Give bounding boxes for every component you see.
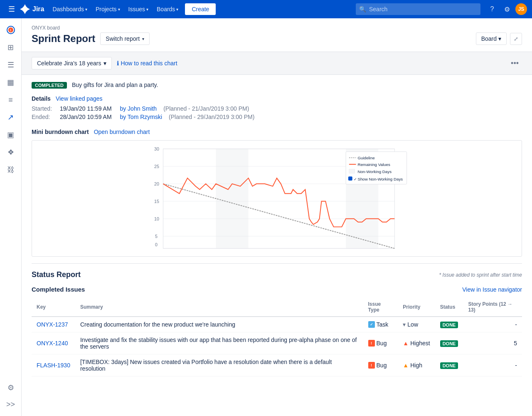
ended-row: Ended: 28/Jan/20 10:59 AM by Tom Rzymski… xyxy=(32,114,522,120)
sidebar-link-icon[interactable]: ⛓ xyxy=(2,161,19,178)
issue-key-link[interactable]: FLASH-1930 xyxy=(37,362,70,369)
completed-issues-header: Completed Issues View in Issue navigator xyxy=(32,286,522,293)
svg-text:25: 25 xyxy=(154,164,159,169)
nav-projects[interactable]: Projects ▾ xyxy=(92,4,123,14)
create-button[interactable]: Create xyxy=(185,3,216,15)
completed-badge: COMPLETED xyxy=(32,82,67,89)
svg-text:Show Non-Working Days: Show Non-Working Days xyxy=(357,177,403,181)
switch-report-button[interactable]: Switch report ▾ xyxy=(100,32,150,45)
logo-text: Jira xyxy=(32,5,44,13)
chart-section: Mini burndown chart Open burndown chart … xyxy=(22,129,532,263)
task-type-icon: ✓ xyxy=(368,321,375,328)
ended-label: Ended: xyxy=(32,114,57,120)
burndown-chart-svg: 30 25 20 15 10 5 0 xyxy=(37,146,517,251)
sidebar-list-icon[interactable]: ☰ xyxy=(2,57,19,73)
status-report-header: Status Report * Issue added to sprint af… xyxy=(32,263,522,279)
sprint-selector-caret: ▾ xyxy=(103,60,106,67)
status-report-section: Status Report * Issue added to sprint af… xyxy=(22,263,532,279)
priority-cell: ▲ High xyxy=(403,362,430,369)
col-story-points: Story Points (12 → 13) xyxy=(463,298,522,317)
fullscreen-button[interactable]: ⤢ xyxy=(510,33,522,45)
completed-issues-title: Completed Issues xyxy=(32,286,85,293)
left-sidebar: 1 ⊞ ☰ ▦ ≡ ↗ ▣ ❖ ⛓ ⚙ >> xyxy=(0,18,22,416)
added-note: * Issue added to sprint after start time xyxy=(439,272,522,278)
boards-caret: ▾ xyxy=(176,7,178,12)
settings-button[interactable]: ⚙ xyxy=(500,2,514,16)
details-section: Details View linked pages Started: 19/Ja… xyxy=(22,95,532,129)
ended-planned: (Planned - 29/Jan/2019 3:00 PM) xyxy=(169,114,254,120)
issue-summary: [TIMEBOX: 3days] New issues created via … xyxy=(75,354,363,376)
status-badge: DONE xyxy=(440,322,458,328)
nav-issues[interactable]: Issues ▾ xyxy=(125,4,152,14)
view-linked-pages-link[interactable]: View linked pages xyxy=(56,95,103,102)
col-key: Key xyxy=(32,298,75,317)
sprint-selector[interactable]: Celebrate Jira's 18 years ▾ xyxy=(32,57,112,69)
table-row: ONYX-1240 Investigate and fix the stabil… xyxy=(32,332,522,354)
sidebar-reports-icon[interactable]: ↗ xyxy=(2,109,19,126)
issue-type-label: Bug xyxy=(377,362,387,369)
svg-text:Guideline: Guideline xyxy=(357,156,374,161)
issue-type: ! Bug xyxy=(368,362,393,369)
main-content: ONYX board Sprint Report Switch report ▾… xyxy=(22,18,532,416)
bug-type-icon: ! xyxy=(368,362,375,369)
sidebar-puzzle-icon[interactable]: ❖ xyxy=(2,144,19,161)
svg-text:0: 0 xyxy=(155,243,158,248)
ended-by-preposition xyxy=(115,114,117,120)
table-header: Key Summary Issue Type Priority Status S… xyxy=(32,298,522,317)
view-in-navigator-link[interactable]: View in Issue navigator xyxy=(462,286,522,293)
priority-label: Highest xyxy=(410,340,430,347)
priority-label: High xyxy=(410,362,422,369)
issue-key-link[interactable]: ONYX-1237 xyxy=(37,321,68,328)
chart-container: 30 25 20 15 10 5 0 xyxy=(32,140,522,257)
sidebar-board-icon[interactable]: ▦ xyxy=(2,74,19,91)
sidebar-home-icon[interactable]: ⊞ xyxy=(2,39,19,56)
table-row: ONYX-1237 Creating documentation for the… xyxy=(32,317,522,332)
svg-rect-18 xyxy=(349,169,355,173)
svg-text:Non-Working Days: Non-Working Days xyxy=(357,170,392,174)
story-points: - xyxy=(463,354,522,376)
sidebar-expand-icon[interactable]: >> xyxy=(2,396,19,413)
dashboards-caret: ▾ xyxy=(85,7,87,12)
nav-dashboards[interactable]: Dashboards ▾ xyxy=(49,4,91,14)
issue-type: ! Bug xyxy=(368,340,393,347)
col-type: Issue Type xyxy=(363,298,398,317)
priority-icon: ▾ xyxy=(403,321,406,328)
page-header: ONYX board Sprint Report Switch report ▾… xyxy=(22,18,532,45)
bug-type-icon: ! xyxy=(368,340,375,347)
started-label: Started: xyxy=(32,105,57,112)
open-burndown-link[interactable]: Open burndown chart xyxy=(94,129,150,135)
nav-boards[interactable]: Boards ▾ xyxy=(153,4,182,14)
priority-label: Low xyxy=(407,321,418,328)
sidebar-monitor-icon[interactable]: ▣ xyxy=(2,126,19,143)
notification-badge: 1 xyxy=(8,27,13,32)
help-button[interactable]: ? xyxy=(485,2,499,16)
board-button[interactable]: Board ▾ xyxy=(476,32,507,45)
more-options-button[interactable]: ••• xyxy=(507,57,522,69)
sidebar-backlog-icon[interactable]: ≡ xyxy=(2,92,19,108)
issue-key-link[interactable]: ONYX-1240 xyxy=(37,340,68,347)
status-report-title: Status Report xyxy=(32,270,81,279)
col-status: Status xyxy=(435,298,463,317)
ended-by-link[interactable]: by Tom Rzymski xyxy=(120,114,162,120)
svg-text:Remaining Values: Remaining Values xyxy=(357,162,390,167)
svg-text:30: 30 xyxy=(154,146,159,151)
details-header: Details View linked pages xyxy=(32,95,522,102)
issue-type-label: Bug xyxy=(377,340,387,347)
top-navigation: ☰ Jira Dashboards ▾ Projects ▾ Issues ▾ … xyxy=(0,0,532,18)
started-by-link[interactable]: by John Smith xyxy=(120,105,157,112)
issues-section: Completed Issues View in Issue navigator… xyxy=(22,286,532,386)
status-badge: DONE xyxy=(440,362,458,369)
how-to-read-link[interactable]: ℹ How to read this chart xyxy=(117,60,177,67)
avatar[interactable]: JS xyxy=(515,3,527,15)
projects-caret: ▾ xyxy=(118,7,120,12)
sidebar-settings-icon[interactable]: ⚙ xyxy=(2,379,19,396)
col-summary: Summary xyxy=(75,298,363,317)
issue-summary: Creating documentation for the new produ… xyxy=(75,317,363,332)
toolbar: Celebrate Jira's 18 years ▾ ℹ How to rea… xyxy=(22,52,532,75)
search-input[interactable] xyxy=(356,3,480,15)
priority-cell: ▲ Highest xyxy=(403,340,430,347)
sidebar-app-switcher[interactable]: 1 xyxy=(2,22,19,38)
priority-icon: ▲ xyxy=(403,362,409,369)
story-points: 5 xyxy=(463,332,522,354)
hamburger-button[interactable]: ☰ xyxy=(5,3,18,15)
